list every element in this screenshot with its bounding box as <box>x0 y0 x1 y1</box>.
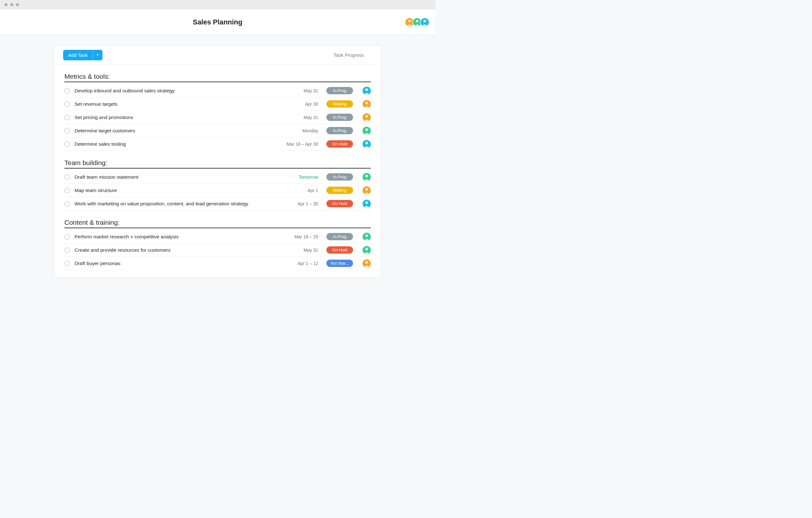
assignee-avatar[interactable] <box>362 259 371 268</box>
task-row[interactable]: Set revenue targetsApr 30Waiting <box>64 98 371 111</box>
chevron-down-icon <box>96 53 99 57</box>
window-dot <box>16 3 19 6</box>
svg-point-5 <box>424 20 426 23</box>
task-row[interactable]: Determine sales toolingMar 18 – Apr 30On… <box>64 137 371 151</box>
window-dot <box>4 3 8 6</box>
task-row[interactable]: Draft team mission statementTomorrowIn P… <box>64 170 371 184</box>
task-row[interactable]: Set pricing and promotionsMay 31In Prog <box>64 111 371 124</box>
task-due-date[interactable]: Apr 1 – 30 <box>282 201 326 206</box>
task-name[interactable]: Create and provide resources for custome… <box>75 247 282 253</box>
complete-task-checkbox[interactable] <box>64 141 70 147</box>
task-list-card: Add Task Task Progress Metrics & tools:D… <box>54 46 381 277</box>
task-due-date[interactable]: Apr 30 <box>282 102 326 107</box>
assignee-avatar[interactable] <box>362 100 371 108</box>
page-title: Sales Planning <box>193 18 243 26</box>
svg-point-13 <box>366 128 368 131</box>
svg-point-19 <box>366 188 368 191</box>
assignee-avatar[interactable] <box>362 173 371 181</box>
assignee-avatar[interactable] <box>362 127 371 135</box>
complete-task-checkbox[interactable] <box>64 201 70 207</box>
task-name[interactable]: Perform market research + competitive an… <box>75 234 282 240</box>
task-name[interactable]: Draft team mission statement <box>75 174 282 180</box>
section-title[interactable]: Content & training: <box>64 219 371 228</box>
svg-point-7 <box>366 88 368 91</box>
status-pill[interactable]: On Hold <box>326 140 353 147</box>
status-pill[interactable]: In Prog <box>326 114 353 121</box>
complete-task-checkbox[interactable] <box>64 174 70 180</box>
complete-task-checkbox[interactable] <box>64 261 70 266</box>
svg-point-27 <box>366 261 368 264</box>
task-name[interactable]: Set pricing and promotions <box>75 115 282 120</box>
status-pill[interactable]: Waiting <box>326 187 353 194</box>
task-due-date[interactable]: Apr 1 <box>282 188 326 193</box>
add-task-group: Add Task <box>63 50 103 60</box>
add-task-dropdown-button[interactable] <box>93 50 103 60</box>
status-pill[interactable]: Waiting <box>326 100 353 108</box>
status-pill[interactable]: On Hold <box>326 246 353 254</box>
task-name[interactable]: Develop inbound and outbound sales strat… <box>75 88 282 93</box>
section-title[interactable]: Team building: <box>64 159 371 168</box>
task-due-date[interactable]: Mar 18 – 29 <box>282 234 326 239</box>
task-row[interactable]: Determine target customersMondayIn Prog <box>64 124 371 137</box>
assignee-avatar[interactable] <box>362 200 371 208</box>
assignee-avatar[interactable] <box>362 186 371 195</box>
section-title[interactable]: Metrics & tools: <box>64 73 371 82</box>
svg-point-25 <box>366 248 368 250</box>
task-due-date[interactable]: May 31 <box>282 115 326 120</box>
task-row[interactable]: Develop inbound and outbound sales strat… <box>64 84 371 98</box>
svg-point-11 <box>366 115 368 118</box>
task-name[interactable]: Work with marketing on value proposition… <box>75 201 282 207</box>
svg-point-23 <box>366 234 368 237</box>
task-due-date[interactable]: Tomorrow <box>282 174 326 180</box>
task-name[interactable]: Map team structure <box>75 188 282 193</box>
task-due-date[interactable]: Monday <box>282 128 326 133</box>
task-row[interactable]: Draft buyer personasApr 1 – 12Not Star..… <box>64 257 371 270</box>
task-due-date[interactable]: Mar 18 – Apr 30 <box>282 141 326 147</box>
assignee-avatar[interactable] <box>362 246 371 254</box>
task-progress-column-header: Task Progress <box>334 52 372 58</box>
task-name[interactable]: Draft buyer personas <box>75 261 282 266</box>
task-name[interactable]: Set revenue targets <box>75 101 282 107</box>
svg-point-1 <box>408 20 411 23</box>
status-pill[interactable]: Not Star... <box>326 260 353 267</box>
task-row[interactable]: Create and provide resources for custome… <box>64 243 371 257</box>
task-row[interactable]: Work with marketing on value proposition… <box>64 197 371 211</box>
status-pill[interactable]: In Prog <box>326 173 353 181</box>
complete-task-checkbox[interactable] <box>64 128 70 134</box>
app-header: Sales Planning <box>0 9 435 35</box>
complete-task-checkbox[interactable] <box>64 234 70 240</box>
status-pill[interactable]: On Hold <box>326 200 353 207</box>
task-name[interactable]: Determine sales tooling <box>75 141 282 147</box>
svg-point-21 <box>366 201 368 204</box>
card-toolbar: Add Task Task Progress <box>54 46 381 64</box>
task-name[interactable]: Determine target customers <box>75 128 282 134</box>
assignee-avatar[interactable] <box>362 233 371 241</box>
status-pill[interactable]: In Prog <box>326 127 353 134</box>
task-row[interactable]: Map team structureApr 1Waiting <box>64 184 371 197</box>
complete-task-checkbox[interactable] <box>64 247 70 253</box>
window-dot <box>10 3 13 6</box>
task-due-date[interactable]: May 31 <box>282 248 326 253</box>
complete-task-checkbox[interactable] <box>64 188 70 193</box>
add-task-button[interactable]: Add Task <box>63 50 93 60</box>
svg-point-17 <box>366 174 368 178</box>
assignee-avatar[interactable] <box>362 87 371 95</box>
complete-task-checkbox[interactable] <box>64 88 70 93</box>
complete-task-checkbox[interactable] <box>64 115 70 120</box>
header-avatars <box>407 18 435 27</box>
avatar[interactable] <box>420 18 430 27</box>
task-due-date[interactable]: Apr 1 – 12 <box>282 261 326 266</box>
window-chrome <box>0 0 435 9</box>
svg-point-3 <box>416 20 419 23</box>
assignee-avatar[interactable] <box>362 113 371 121</box>
status-pill[interactable]: In Prog <box>326 87 353 94</box>
svg-point-15 <box>366 141 368 144</box>
assignee-avatar[interactable] <box>362 140 371 148</box>
task-due-date[interactable]: May 31 <box>282 88 326 93</box>
complete-task-checkbox[interactable] <box>64 101 70 107</box>
svg-point-9 <box>366 102 368 104</box>
status-pill[interactable]: In Prog <box>326 233 353 240</box>
task-row[interactable]: Perform market research + competitive an… <box>64 230 371 243</box>
